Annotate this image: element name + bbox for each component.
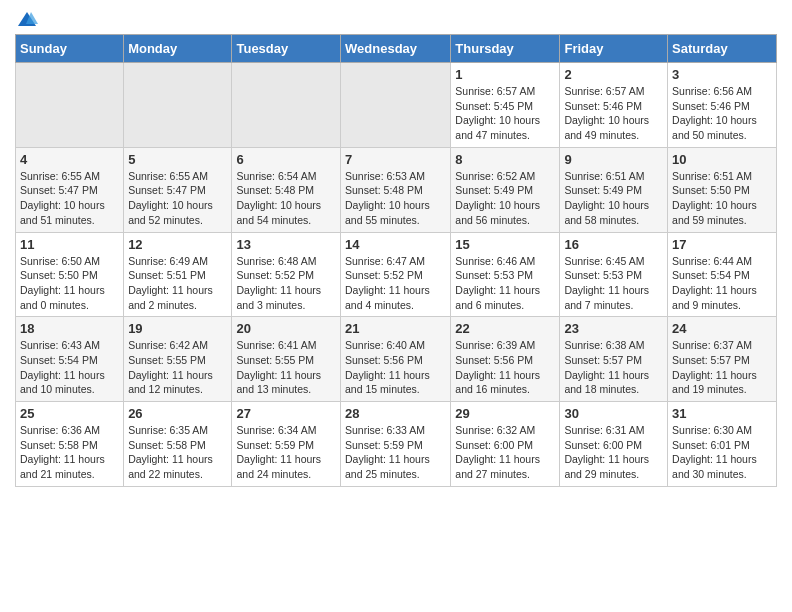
day-number: 8 bbox=[455, 152, 555, 167]
day-number: 19 bbox=[128, 321, 227, 336]
calendar-cell: 23Sunrise: 6:38 AM Sunset: 5:57 PM Dayli… bbox=[560, 317, 668, 402]
calendar-cell: 18Sunrise: 6:43 AM Sunset: 5:54 PM Dayli… bbox=[16, 317, 124, 402]
calendar-cell: 15Sunrise: 6:46 AM Sunset: 5:53 PM Dayli… bbox=[451, 232, 560, 317]
day-info: Sunrise: 6:45 AM Sunset: 5:53 PM Dayligh… bbox=[564, 254, 663, 313]
calendar-cell: 28Sunrise: 6:33 AM Sunset: 5:59 PM Dayli… bbox=[341, 402, 451, 487]
header-row: SundayMondayTuesdayWednesdayThursdayFrid… bbox=[16, 35, 777, 63]
day-header-saturday: Saturday bbox=[668, 35, 777, 63]
calendar-cell bbox=[232, 63, 341, 148]
day-info: Sunrise: 6:42 AM Sunset: 5:55 PM Dayligh… bbox=[128, 338, 227, 397]
calendar-cell: 24Sunrise: 6:37 AM Sunset: 5:57 PM Dayli… bbox=[668, 317, 777, 402]
day-info: Sunrise: 6:33 AM Sunset: 5:59 PM Dayligh… bbox=[345, 423, 446, 482]
day-info: Sunrise: 6:57 AM Sunset: 5:46 PM Dayligh… bbox=[564, 84, 663, 143]
calendar-cell: 2Sunrise: 6:57 AM Sunset: 5:46 PM Daylig… bbox=[560, 63, 668, 148]
day-number: 25 bbox=[20, 406, 119, 421]
calendar-cell: 30Sunrise: 6:31 AM Sunset: 6:00 PM Dayli… bbox=[560, 402, 668, 487]
day-number: 16 bbox=[564, 237, 663, 252]
calendar-cell: 12Sunrise: 6:49 AM Sunset: 5:51 PM Dayli… bbox=[124, 232, 232, 317]
calendar-cell: 6Sunrise: 6:54 AM Sunset: 5:48 PM Daylig… bbox=[232, 147, 341, 232]
calendar-table: SundayMondayTuesdayWednesdayThursdayFrid… bbox=[15, 34, 777, 487]
calendar-cell: 1Sunrise: 6:57 AM Sunset: 5:45 PM Daylig… bbox=[451, 63, 560, 148]
calendar-cell: 10Sunrise: 6:51 AM Sunset: 5:50 PM Dayli… bbox=[668, 147, 777, 232]
day-info: Sunrise: 6:48 AM Sunset: 5:52 PM Dayligh… bbox=[236, 254, 336, 313]
day-info: Sunrise: 6:44 AM Sunset: 5:54 PM Dayligh… bbox=[672, 254, 772, 313]
calendar-cell: 19Sunrise: 6:42 AM Sunset: 5:55 PM Dayli… bbox=[124, 317, 232, 402]
day-info: Sunrise: 6:40 AM Sunset: 5:56 PM Dayligh… bbox=[345, 338, 446, 397]
day-number: 24 bbox=[672, 321, 772, 336]
week-row-2: 4Sunrise: 6:55 AM Sunset: 5:47 PM Daylig… bbox=[16, 147, 777, 232]
calendar-cell: 13Sunrise: 6:48 AM Sunset: 5:52 PM Dayli… bbox=[232, 232, 341, 317]
week-row-3: 11Sunrise: 6:50 AM Sunset: 5:50 PM Dayli… bbox=[16, 232, 777, 317]
day-info: Sunrise: 6:47 AM Sunset: 5:52 PM Dayligh… bbox=[345, 254, 446, 313]
week-row-5: 25Sunrise: 6:36 AM Sunset: 5:58 PM Dayli… bbox=[16, 402, 777, 487]
day-header-wednesday: Wednesday bbox=[341, 35, 451, 63]
logo bbox=[15, 10, 39, 26]
day-number: 1 bbox=[455, 67, 555, 82]
day-number: 17 bbox=[672, 237, 772, 252]
calendar-cell: 8Sunrise: 6:52 AM Sunset: 5:49 PM Daylig… bbox=[451, 147, 560, 232]
calendar-cell: 20Sunrise: 6:41 AM Sunset: 5:55 PM Dayli… bbox=[232, 317, 341, 402]
day-number: 10 bbox=[672, 152, 772, 167]
day-number: 23 bbox=[564, 321, 663, 336]
day-number: 18 bbox=[20, 321, 119, 336]
day-number: 28 bbox=[345, 406, 446, 421]
day-number: 7 bbox=[345, 152, 446, 167]
day-info: Sunrise: 6:57 AM Sunset: 5:45 PM Dayligh… bbox=[455, 84, 555, 143]
day-number: 6 bbox=[236, 152, 336, 167]
day-info: Sunrise: 6:32 AM Sunset: 6:00 PM Dayligh… bbox=[455, 423, 555, 482]
day-info: Sunrise: 6:30 AM Sunset: 6:01 PM Dayligh… bbox=[672, 423, 772, 482]
calendar-cell: 16Sunrise: 6:45 AM Sunset: 5:53 PM Dayli… bbox=[560, 232, 668, 317]
day-info: Sunrise: 6:34 AM Sunset: 5:59 PM Dayligh… bbox=[236, 423, 336, 482]
day-number: 22 bbox=[455, 321, 555, 336]
day-info: Sunrise: 6:37 AM Sunset: 5:57 PM Dayligh… bbox=[672, 338, 772, 397]
day-info: Sunrise: 6:55 AM Sunset: 5:47 PM Dayligh… bbox=[20, 169, 119, 228]
calendar-cell: 21Sunrise: 6:40 AM Sunset: 5:56 PM Dayli… bbox=[341, 317, 451, 402]
day-number: 3 bbox=[672, 67, 772, 82]
day-number: 31 bbox=[672, 406, 772, 421]
day-info: Sunrise: 6:53 AM Sunset: 5:48 PM Dayligh… bbox=[345, 169, 446, 228]
day-number: 11 bbox=[20, 237, 119, 252]
day-number: 27 bbox=[236, 406, 336, 421]
calendar-cell: 3Sunrise: 6:56 AM Sunset: 5:46 PM Daylig… bbox=[668, 63, 777, 148]
calendar-cell: 22Sunrise: 6:39 AM Sunset: 5:56 PM Dayli… bbox=[451, 317, 560, 402]
day-header-friday: Friday bbox=[560, 35, 668, 63]
week-row-1: 1Sunrise: 6:57 AM Sunset: 5:45 PM Daylig… bbox=[16, 63, 777, 148]
calendar-cell: 27Sunrise: 6:34 AM Sunset: 5:59 PM Dayli… bbox=[232, 402, 341, 487]
calendar-cell bbox=[124, 63, 232, 148]
day-info: Sunrise: 6:39 AM Sunset: 5:56 PM Dayligh… bbox=[455, 338, 555, 397]
day-number: 5 bbox=[128, 152, 227, 167]
day-info: Sunrise: 6:51 AM Sunset: 5:50 PM Dayligh… bbox=[672, 169, 772, 228]
day-number: 20 bbox=[236, 321, 336, 336]
day-number: 21 bbox=[345, 321, 446, 336]
day-header-monday: Monday bbox=[124, 35, 232, 63]
day-number: 26 bbox=[128, 406, 227, 421]
day-info: Sunrise: 6:41 AM Sunset: 5:55 PM Dayligh… bbox=[236, 338, 336, 397]
calendar-cell: 17Sunrise: 6:44 AM Sunset: 5:54 PM Dayli… bbox=[668, 232, 777, 317]
day-number: 9 bbox=[564, 152, 663, 167]
day-number: 4 bbox=[20, 152, 119, 167]
week-row-4: 18Sunrise: 6:43 AM Sunset: 5:54 PM Dayli… bbox=[16, 317, 777, 402]
calendar-cell: 29Sunrise: 6:32 AM Sunset: 6:00 PM Dayli… bbox=[451, 402, 560, 487]
day-info: Sunrise: 6:36 AM Sunset: 5:58 PM Dayligh… bbox=[20, 423, 119, 482]
day-number: 12 bbox=[128, 237, 227, 252]
day-info: Sunrise: 6:49 AM Sunset: 5:51 PM Dayligh… bbox=[128, 254, 227, 313]
day-number: 30 bbox=[564, 406, 663, 421]
calendar-cell: 31Sunrise: 6:30 AM Sunset: 6:01 PM Dayli… bbox=[668, 402, 777, 487]
calendar-cell bbox=[341, 63, 451, 148]
calendar-cell: 7Sunrise: 6:53 AM Sunset: 5:48 PM Daylig… bbox=[341, 147, 451, 232]
day-info: Sunrise: 6:31 AM Sunset: 6:00 PM Dayligh… bbox=[564, 423, 663, 482]
calendar-cell: 4Sunrise: 6:55 AM Sunset: 5:47 PM Daylig… bbox=[16, 147, 124, 232]
day-number: 13 bbox=[236, 237, 336, 252]
day-info: Sunrise: 6:50 AM Sunset: 5:50 PM Dayligh… bbox=[20, 254, 119, 313]
calendar-cell: 5Sunrise: 6:55 AM Sunset: 5:47 PM Daylig… bbox=[124, 147, 232, 232]
day-info: Sunrise: 6:55 AM Sunset: 5:47 PM Dayligh… bbox=[128, 169, 227, 228]
day-header-sunday: Sunday bbox=[16, 35, 124, 63]
calendar-cell: 9Sunrise: 6:51 AM Sunset: 5:49 PM Daylig… bbox=[560, 147, 668, 232]
day-info: Sunrise: 6:51 AM Sunset: 5:49 PM Dayligh… bbox=[564, 169, 663, 228]
day-info: Sunrise: 6:52 AM Sunset: 5:49 PM Dayligh… bbox=[455, 169, 555, 228]
day-header-thursday: Thursday bbox=[451, 35, 560, 63]
calendar-cell bbox=[16, 63, 124, 148]
day-info: Sunrise: 6:46 AM Sunset: 5:53 PM Dayligh… bbox=[455, 254, 555, 313]
day-number: 29 bbox=[455, 406, 555, 421]
day-info: Sunrise: 6:35 AM Sunset: 5:58 PM Dayligh… bbox=[128, 423, 227, 482]
